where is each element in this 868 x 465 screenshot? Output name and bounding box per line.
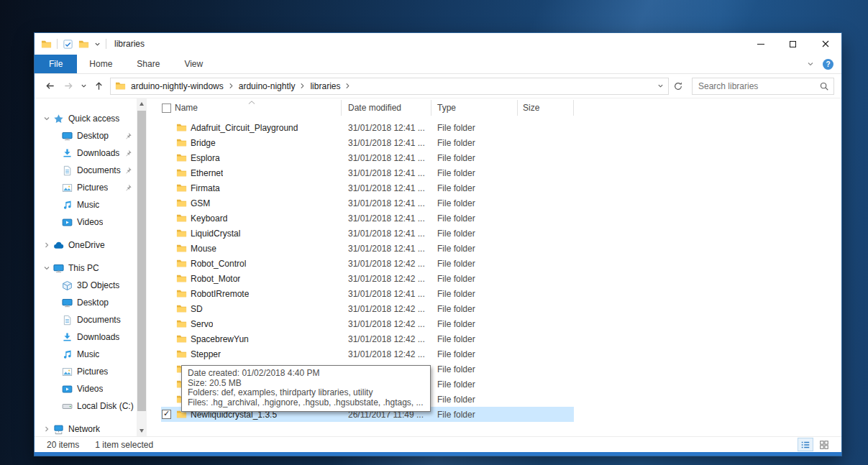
row-name-cell: GSM (173, 198, 342, 208)
file-name: Stepper (191, 349, 221, 359)
sidebar-item-documents[interactable]: Documents (35, 162, 137, 179)
file-row[interactable]: RobotIRremote 31/01/2018 12:41 ... File … (147, 286, 574, 301)
new-folder-icon[interactable] (78, 39, 89, 50)
select-all-checkbox[interactable] (162, 103, 171, 113)
refresh-button[interactable] (669, 78, 687, 95)
file-row[interactable]: LiquidCrystal 31/01/2018 12:41 ... File … (147, 226, 574, 241)
folder-icon (176, 183, 187, 193)
column-header-type[interactable]: Type (431, 100, 518, 116)
column-header-size[interactable]: Size (518, 100, 574, 116)
address-bar[interactable]: arduino-nightly-windows arduino-nightly … (110, 78, 669, 95)
scrollbar-thumb[interactable] (137, 111, 146, 411)
customize-toolbar-chevron-icon[interactable] (94, 41, 101, 47)
maximize-icon (790, 41, 796, 47)
column-header-name[interactable]: Name (173, 100, 342, 116)
sidebar-item-videos-pc[interactable]: Videos (35, 380, 137, 397)
chevron-right-icon[interactable] (43, 425, 50, 433)
column-header-date-modified[interactable]: Date modified (342, 100, 431, 116)
tab-view[interactable]: View (172, 55, 215, 73)
properties-icon[interactable] (63, 39, 73, 50)
scrollbar-up-arrow[interactable] (137, 98, 147, 109)
sidebar-item-this-pc[interactable]: This PC (35, 259, 137, 277)
sidebar-item-documents-pc[interactable]: Documents (35, 311, 137, 328)
tab-share[interactable]: Share (124, 55, 172, 73)
up-button[interactable] (89, 78, 108, 95)
file-row[interactable]: Firmata 31/01/2018 12:41 ... File folder (147, 180, 574, 195)
file-row[interactable]: Servo 31/01/2018 12:42 ... File folder (147, 316, 574, 331)
breadcrumb-segment[interactable]: arduino-nightly-windows (126, 81, 229, 91)
row-check-cell (147, 304, 173, 313)
sidebar-item-desktop[interactable]: Desktop (35, 127, 137, 144)
sidebar-item-onedrive[interactable]: OneDrive (35, 236, 137, 254)
expand-ribbon-chevron-icon[interactable] (807, 60, 814, 68)
search-input[interactable] (693, 81, 819, 91)
breadcrumb-chevron-icon[interactable] (300, 83, 305, 89)
chevron-right-icon[interactable] (43, 241, 50, 249)
file-name: SD (191, 304, 203, 314)
breadcrumb-segment[interactable]: arduino-nightly (234, 81, 301, 91)
sidebar-item-videos[interactable]: Videos (35, 213, 137, 231)
file-row[interactable]: Adafruit_Circuit_Playground 31/01/2018 1… (147, 120, 574, 135)
file-row[interactable]: SpacebrewYun 31/01/2018 12:42 ... File f… (147, 331, 574, 346)
file-row[interactable]: Robot_Motor 31/01/2018 12:42 ... File fo… (147, 271, 574, 286)
chevron-down-icon[interactable] (43, 115, 50, 122)
file-type: File folder (431, 213, 518, 224)
row-name-cell: Ethernet (173, 167, 342, 178)
sidebar-item-network[interactable]: Network (35, 420, 137, 436)
sidebar-item-local-disk-c[interactable]: Local Disk (C:) (35, 397, 137, 415)
file-row[interactable]: Robot_Control 31/01/2018 12:42 ... File … (147, 256, 574, 271)
sidebar-item-desktop-pc[interactable]: Desktop (35, 294, 137, 311)
sidebar-item-downloads[interactable]: Downloads (35, 144, 137, 162)
file-date-modified: 31/01/2018 12:41 ... (342, 168, 431, 178)
forward-button[interactable] (59, 78, 78, 95)
file-row[interactable]: Keyboard 31/01/2018 12:41 ... File folde… (147, 211, 574, 226)
sidebar-item-label: Network (68, 424, 100, 434)
sidebar-item-quick-access[interactable]: Quick access (35, 110, 137, 127)
scrollbar-down-arrow[interactable] (137, 425, 147, 436)
breadcrumb-segment[interactable]: libraries (305, 81, 345, 91)
recent-locations-chevron-icon[interactable] (78, 78, 89, 95)
close-button[interactable] (809, 33, 841, 55)
tab-file[interactable]: File (35, 55, 77, 73)
forward-arrow-icon (63, 80, 74, 91)
address-dropdown-chevron-icon[interactable] (657, 83, 664, 89)
sidebar-item-music[interactable]: Music (35, 196, 137, 213)
sidebar-item-music-pc[interactable]: Music (35, 346, 137, 363)
row-name-cell: Robot_Control (173, 258, 342, 269)
file-row[interactable]: Mouse 31/01/2018 12:41 ... File folder (147, 241, 574, 256)
content-area: Quick access Desktop Downloads Documents… (35, 98, 841, 436)
row-name-cell: LiquidCrystal (173, 228, 342, 239)
file-name: Firmata (191, 183, 220, 193)
breadcrumb-chevron-icon[interactable] (229, 83, 234, 89)
sidebar-item-pictures-pc[interactable]: Pictures (35, 363, 137, 380)
file-name: Servo (191, 319, 213, 329)
details-view-button[interactable] (798, 438, 813, 451)
file-row[interactable]: Ethernet 31/01/2018 12:41 ... File folde… (147, 165, 574, 180)
pin-icon (124, 131, 132, 142)
breadcrumb-chevron-icon[interactable] (345, 83, 350, 89)
row-name-cell: Keyboard (173, 213, 342, 224)
chevron-down-icon[interactable] (43, 264, 50, 272)
row-checkbox[interactable] (162, 410, 171, 419)
sidebar-item-label: 3D Objects (77, 280, 119, 290)
file-row[interactable]: SD 31/01/2018 12:42 ... File folder (147, 301, 574, 316)
file-name: RobotIRremote (191, 289, 249, 299)
file-row[interactable]: GSM 31/01/2018 12:41 ... File folder (147, 195, 574, 211)
sidebar-item-pictures[interactable]: Pictures (35, 179, 137, 196)
back-button[interactable] (40, 78, 59, 95)
search-icon[interactable] (819, 81, 833, 91)
sidebar-item-3d-objects[interactable]: 3D Objects (35, 277, 137, 294)
sidebar-item-label: This PC (68, 263, 99, 273)
row-name-cell: Adafruit_Circuit_Playground (173, 122, 342, 133)
sidebar-item-downloads-pc[interactable]: Downloads (35, 328, 137, 346)
minimize-button[interactable] (744, 33, 777, 55)
maximize-button[interactable] (777, 33, 809, 55)
file-row[interactable]: Esplora 31/01/2018 12:41 ... File folder (147, 150, 574, 165)
file-row[interactable]: Stepper 31/01/2018 12:42 ... File folder (147, 346, 574, 362)
large-icons-view-button[interactable] (816, 438, 832, 451)
file-name: Ethernet (191, 168, 223, 178)
status-bar: 20 items 1 item selected (35, 436, 841, 452)
help-button[interactable]: ? (823, 59, 833, 70)
file-row[interactable]: Bridge 31/01/2018 12:41 ... File folder (147, 135, 574, 150)
tab-home[interactable]: Home (77, 55, 124, 73)
